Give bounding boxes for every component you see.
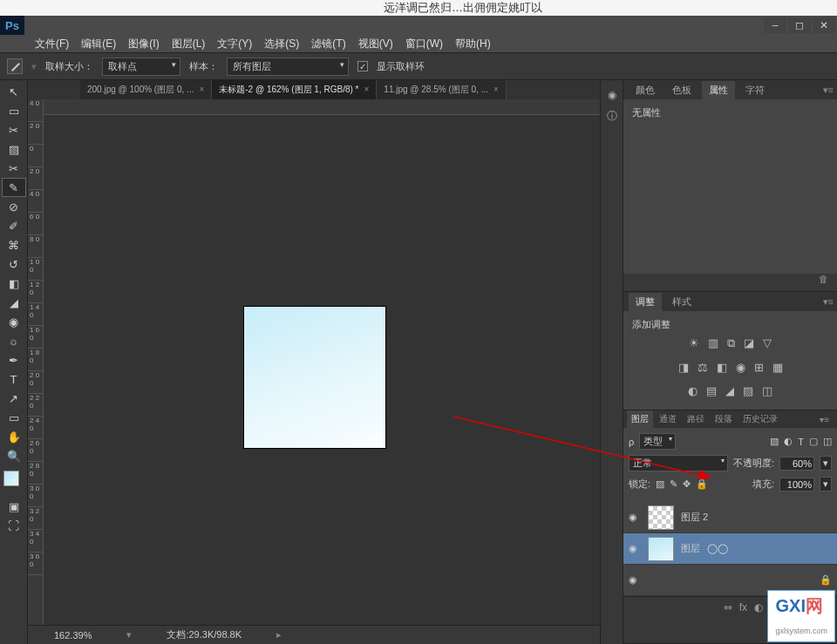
layer-row[interactable]: ◉ 图层 2 bbox=[623, 502, 837, 533]
marquee-tool[interactable]: ▭ bbox=[2, 101, 26, 120]
menu-type[interactable]: 文字(Y) bbox=[217, 37, 252, 51]
clone-tool[interactable]: ⌘ bbox=[2, 235, 26, 254]
filter-pixel-icon[interactable]: ▧ bbox=[770, 436, 779, 447]
menu-select[interactable]: 选择(S) bbox=[264, 37, 299, 51]
layer-name[interactable]: 图层 bbox=[681, 542, 700, 555]
filter-type-icon[interactable]: T bbox=[798, 437, 804, 447]
tab-color[interactable]: 颜色 bbox=[629, 81, 662, 99]
doc-tab-0[interactable]: 200.jpg @ 100% (图层 0, ...× bbox=[80, 80, 212, 99]
brightness-icon[interactable]: ☀ bbox=[689, 336, 699, 350]
menu-help[interactable]: 帮助(H) bbox=[455, 37, 491, 51]
tab-styles[interactable]: 样式 bbox=[665, 293, 698, 311]
huesat-icon[interactable]: ◨ bbox=[678, 361, 689, 374]
gradmap-icon[interactable]: ▨ bbox=[743, 384, 753, 397]
lock-pixels-icon[interactable]: ✎ bbox=[670, 478, 677, 490]
panel-menu-icon[interactable]: ▾≡ bbox=[823, 85, 834, 96]
pen-tool[interactable]: ✒ bbox=[2, 350, 26, 369]
layer-thumbnail[interactable] bbox=[648, 505, 674, 530]
opacity-input[interactable]: 60% bbox=[779, 457, 814, 471]
screenmode-toggle[interactable]: ⛶ bbox=[2, 516, 26, 535]
panel-menu-icon[interactable]: ▾≡ bbox=[815, 412, 834, 427]
heal-tool[interactable]: ⊘ bbox=[2, 197, 26, 216]
close-icon[interactable]: × bbox=[493, 85, 499, 94]
canvas[interactable] bbox=[44, 115, 600, 625]
layer-mask-icon[interactable]: ◐ bbox=[754, 601, 763, 613]
menu-layer[interactable]: 图层(L) bbox=[172, 37, 206, 51]
blur-tool[interactable]: ◉ bbox=[2, 312, 26, 331]
lock-transparency-icon[interactable]: ▨ bbox=[656, 478, 664, 490]
fill-dropdown-icon[interactable]: ▾ bbox=[820, 477, 832, 491]
move-tool[interactable]: ↖ bbox=[2, 82, 26, 101]
close-icon[interactable]: × bbox=[364, 85, 369, 94]
maximize-button[interactable]: ◻ bbox=[788, 17, 811, 33]
dodge-tool[interactable]: ☼ bbox=[2, 331, 26, 350]
hand-tool[interactable]: ✋ bbox=[2, 427, 26, 446]
levels-icon[interactable]: ▥ bbox=[708, 336, 718, 350]
bw-icon[interactable]: ◧ bbox=[717, 361, 727, 374]
wand-tool[interactable]: ▨ bbox=[2, 139, 26, 159]
sample-select[interactable]: 所有图层 bbox=[227, 58, 349, 76]
filter-shape-icon[interactable]: ▢ bbox=[809, 436, 818, 447]
collapsed-panel-icon[interactable]: ⓘ bbox=[602, 106, 622, 125]
menu-view[interactable]: 视图(V) bbox=[358, 37, 393, 51]
zoom-tool[interactable]: 🔍 bbox=[2, 446, 26, 465]
layer-row[interactable]: ◉ 图层 ◯◯ bbox=[623, 533, 837, 565]
balance-icon[interactable]: ⚖ bbox=[698, 361, 708, 374]
tab-paragraph[interactable]: 段落 bbox=[711, 410, 737, 428]
filter-adjust-icon[interactable]: ◐ bbox=[784, 436, 793, 447]
lookup-icon[interactable]: ▦ bbox=[772, 361, 783, 374]
menu-filter[interactable]: 滤镜(T) bbox=[311, 37, 345, 51]
vibrance-icon[interactable]: ▽ bbox=[763, 336, 772, 350]
artboard[interactable] bbox=[244, 307, 385, 448]
path-tool[interactable]: ↗ bbox=[2, 389, 26, 408]
tab-character[interactable]: 字符 bbox=[738, 81, 772, 99]
brush-tool[interactable]: ✐ bbox=[2, 216, 26, 235]
sample-size-select[interactable]: 取样点 bbox=[102, 58, 180, 76]
layer-name[interactable]: 图层 2 bbox=[681, 511, 708, 524]
show-ring-checkbox[interactable]: ✓ bbox=[357, 61, 368, 71]
eraser-tool[interactable]: ◧ bbox=[2, 274, 26, 293]
tab-swatches[interactable]: 色板 bbox=[665, 81, 698, 99]
filter-smart-icon[interactable]: ◫ bbox=[823, 436, 832, 447]
link-layers-icon[interactable]: ⇔ bbox=[724, 601, 732, 613]
posterize-icon[interactable]: ▤ bbox=[706, 384, 717, 397]
tab-paths[interactable]: 路径 bbox=[683, 410, 709, 428]
trash-icon[interactable]: 🗑 bbox=[819, 274, 828, 291]
visibility-icon[interactable]: ◉ bbox=[629, 543, 641, 554]
history-brush-tool[interactable]: ↺ bbox=[2, 254, 26, 274]
threshold-icon[interactable]: ◢ bbox=[725, 384, 734, 397]
menu-image[interactable]: 图像(I) bbox=[128, 37, 159, 51]
zoom-level[interactable]: 162.39% bbox=[54, 630, 92, 641]
blend-mode-select[interactable]: 正常 bbox=[629, 455, 728, 471]
fill-input[interactable]: 100% bbox=[779, 478, 814, 491]
exposure-icon[interactable]: ◪ bbox=[744, 336, 754, 350]
crop-tool[interactable]: ✂ bbox=[2, 159, 26, 178]
lasso-tool[interactable]: ✂ bbox=[2, 120, 26, 139]
opacity-dropdown-icon[interactable]: ▾ bbox=[820, 456, 832, 471]
shape-tool[interactable]: ▭ bbox=[2, 408, 26, 427]
color-swatch[interactable] bbox=[3, 471, 24, 491]
doc-tab-1[interactable]: 未标题-2 @ 162% (图层 1, RGB/8) *× bbox=[212, 80, 377, 99]
eyedropper-tool[interactable]: ✎ bbox=[2, 178, 26, 197]
menu-window[interactable]: 窗口(W) bbox=[405, 37, 443, 51]
tab-properties[interactable]: 属性 bbox=[702, 81, 735, 99]
tab-layers[interactable]: 图层 bbox=[627, 410, 653, 428]
visibility-icon[interactable]: ◉ bbox=[629, 574, 641, 586]
panel-menu-icon[interactable]: ▾≡ bbox=[823, 296, 834, 308]
invert-icon[interactable]: ◐ bbox=[688, 384, 698, 397]
tab-adjustments[interactable]: 调整 bbox=[629, 293, 662, 311]
lock-all-icon[interactable]: 🔒 bbox=[696, 478, 708, 490]
collapsed-panel-icon[interactable]: ◉ bbox=[602, 85, 622, 105]
mixer-icon[interactable]: ⊞ bbox=[754, 361, 764, 374]
curves-icon[interactable]: ⧉ bbox=[727, 336, 735, 350]
photofilter-icon[interactable]: ◉ bbox=[736, 361, 745, 374]
selcolor-icon[interactable]: ◫ bbox=[762, 384, 772, 397]
layer-thumbnail[interactable] bbox=[648, 537, 674, 561]
close-icon[interactable]: × bbox=[199, 85, 204, 94]
quickmask-toggle[interactable]: ▣ bbox=[2, 497, 26, 516]
menu-edit[interactable]: 编辑(E) bbox=[81, 37, 116, 51]
type-tool[interactable]: T bbox=[2, 369, 26, 389]
minimize-button[interactable]: – bbox=[764, 17, 786, 33]
layer-fx-icon[interactable]: fx bbox=[739, 601, 747, 613]
close-button[interactable]: ✕ bbox=[813, 17, 835, 33]
